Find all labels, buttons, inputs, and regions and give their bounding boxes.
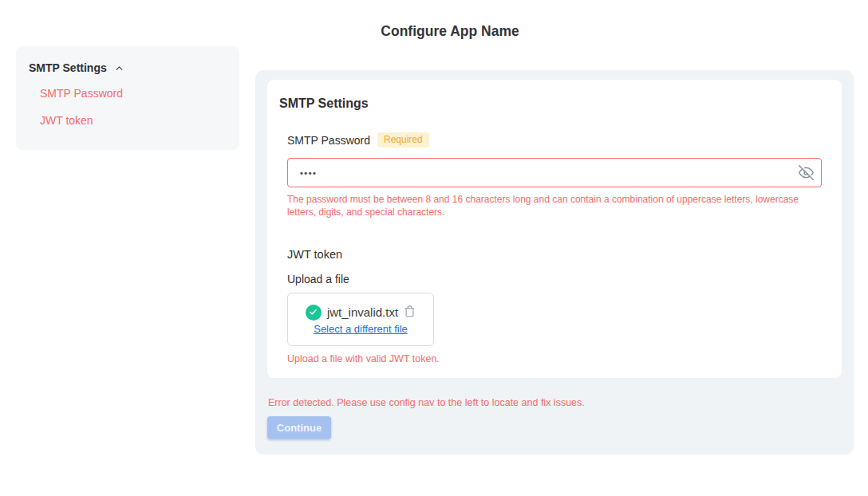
delete-file-button[interactable] [404,305,416,321]
file-upload-box: jwt_invalid.txt Select a different file [287,293,434,346]
footer-error-message: Error detected. Please use config nav to… [268,397,842,408]
required-badge: Required [377,132,429,148]
smtp-password-label: SMTP Password [287,134,370,147]
jwt-token-error: Upload a file with valid JWT token. [287,353,830,364]
uploaded-file-name: jwt_invalid.txt [327,305,398,319]
check-circle-icon [306,305,322,321]
eye-off-icon [799,171,814,183]
smtp-password-error: The password must be between 8 and 16 ch… [287,193,814,218]
config-nav: SMTP Settings SMTP Password JWT token [16,46,239,150]
smtp-settings-card: SMTP Settings SMTP Password Required [267,80,842,378]
page-title: Configure App Name [381,23,519,40]
upload-file-label: Upload a file [287,273,830,285]
smtp-password-input[interactable] [287,158,822,187]
sidebar-section-label: SMTP Settings [29,61,107,74]
chevron-up-icon [114,62,124,73]
select-different-file-link[interactable]: Select a different file [314,323,408,335]
settings-panel: SMTP Settings SMTP Password Required [255,70,854,455]
sidebar-section-smtp-settings[interactable]: SMTP Settings [29,61,227,74]
toggle-password-visibility-button[interactable] [798,165,814,181]
sidebar-item-smtp-password[interactable]: SMTP Password [40,86,227,101]
sidebar-item-jwt-token[interactable]: JWT token [40,113,227,128]
trash-icon [404,305,416,321]
continue-button[interactable]: Continue [267,416,331,439]
card-heading: SMTP Settings [279,96,830,111]
jwt-token-label: JWT token [287,248,830,261]
